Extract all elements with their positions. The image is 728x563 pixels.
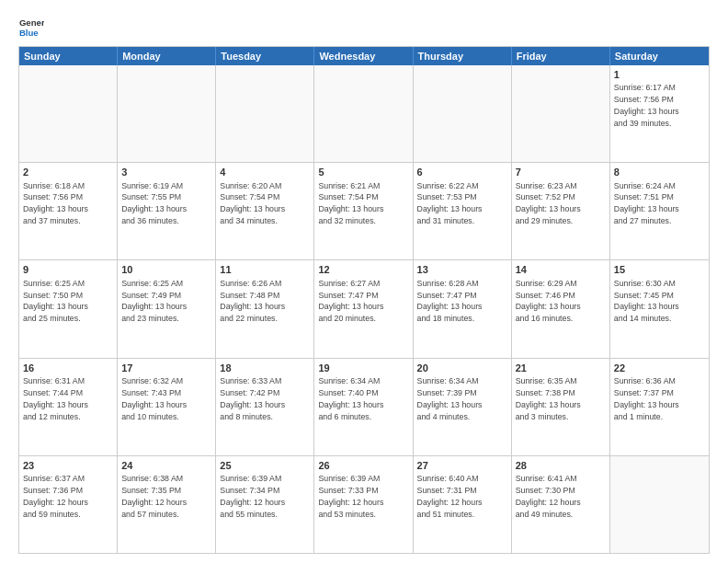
day-info: Sunrise: 6:33 AM Sunset: 7:42 PM Dayligh… xyxy=(220,376,285,421)
day-number: 28 xyxy=(516,459,606,472)
day-info: Sunrise: 6:28 AM Sunset: 7:47 PM Dayligh… xyxy=(417,279,483,324)
day-number: 27 xyxy=(417,459,507,472)
day-info: Sunrise: 6:39 AM Sunset: 7:33 PM Dayligh… xyxy=(318,474,383,519)
day-info: Sunrise: 6:27 AM Sunset: 7:47 PM Dayligh… xyxy=(318,279,383,324)
day-cell-26: 26Sunrise: 6:39 AM Sunset: 7:33 PM Dayli… xyxy=(314,456,413,553)
empty-cell-0-4 xyxy=(414,65,512,162)
day-info: Sunrise: 6:22 AM Sunset: 7:53 PM Dayligh… xyxy=(417,181,483,226)
day-info: Sunrise: 6:26 AM Sunset: 7:48 PM Dayligh… xyxy=(220,279,285,324)
header-day-sunday: Sunday xyxy=(19,47,118,65)
day-info: Sunrise: 6:35 AM Sunset: 7:38 PM Dayligh… xyxy=(516,376,581,421)
day-info: Sunrise: 6:34 AM Sunset: 7:39 PM Dayligh… xyxy=(417,376,483,421)
day-number: 14 xyxy=(516,263,606,276)
day-cell-9: 9Sunrise: 6:25 AM Sunset: 7:50 PM Daylig… xyxy=(19,260,118,357)
day-cell-10: 10Sunrise: 6:25 AM Sunset: 7:49 PM Dayli… xyxy=(118,260,216,357)
day-cell-21: 21Sunrise: 6:35 AM Sunset: 7:38 PM Dayli… xyxy=(512,359,610,455)
day-cell-25: 25Sunrise: 6:39 AM Sunset: 7:34 PM Dayli… xyxy=(216,456,314,553)
empty-cell-0-2 xyxy=(216,65,314,162)
day-number: 24 xyxy=(121,459,211,472)
day-info: Sunrise: 6:21 AM Sunset: 7:54 PM Dayligh… xyxy=(318,181,383,226)
day-number: 12 xyxy=(318,263,408,276)
week-row-1: 1Sunrise: 6:17 AM Sunset: 7:56 PM Daylig… xyxy=(19,65,709,163)
day-cell-22: 22Sunrise: 6:36 AM Sunset: 7:37 PM Dayli… xyxy=(610,359,709,455)
calendar: SundayMondayTuesdayWednesdayThursdayFrid… xyxy=(18,46,710,554)
day-info: Sunrise: 6:23 AM Sunset: 7:52 PM Dayligh… xyxy=(516,181,581,226)
day-cell-15: 15Sunrise: 6:30 AM Sunset: 7:45 PM Dayli… xyxy=(610,260,709,357)
day-info: Sunrise: 6:36 AM Sunset: 7:37 PM Dayligh… xyxy=(614,376,679,421)
empty-cell-4-6 xyxy=(610,456,709,553)
page: General Blue SundayMondayTuesdayWednesda… xyxy=(0,0,728,563)
empty-cell-0-5 xyxy=(512,65,610,162)
day-number: 5 xyxy=(318,166,408,178)
day-number: 9 xyxy=(23,263,113,276)
day-info: Sunrise: 6:31 AM Sunset: 7:44 PM Dayligh… xyxy=(23,376,88,421)
day-number: 19 xyxy=(318,362,408,374)
day-cell-4: 4Sunrise: 6:20 AM Sunset: 7:54 PM Daylig… xyxy=(216,163,314,259)
day-cell-24: 24Sunrise: 6:38 AM Sunset: 7:35 PM Dayli… xyxy=(118,456,216,553)
day-cell-12: 12Sunrise: 6:27 AM Sunset: 7:47 PM Dayli… xyxy=(314,260,413,357)
day-number: 17 xyxy=(121,362,211,374)
day-cell-5: 5Sunrise: 6:21 AM Sunset: 7:54 PM Daylig… xyxy=(314,163,413,259)
day-number: 4 xyxy=(220,166,310,178)
day-cell-13: 13Sunrise: 6:28 AM Sunset: 7:47 PM Dayli… xyxy=(414,260,512,357)
day-number: 18 xyxy=(220,362,310,374)
day-cell-7: 7Sunrise: 6:23 AM Sunset: 7:52 PM Daylig… xyxy=(512,163,610,259)
logo-icon: General Blue xyxy=(18,15,44,40)
empty-cell-0-3 xyxy=(314,65,413,162)
empty-cell-0-1 xyxy=(118,65,216,162)
day-info: Sunrise: 6:40 AM Sunset: 7:31 PM Dayligh… xyxy=(417,474,483,519)
header-day-friday: Friday xyxy=(512,47,610,65)
day-info: Sunrise: 6:25 AM Sunset: 7:49 PM Dayligh… xyxy=(121,279,187,324)
day-cell-17: 17Sunrise: 6:32 AM Sunset: 7:43 PM Dayli… xyxy=(118,359,216,455)
day-number: 3 xyxy=(121,166,211,178)
day-cell-27: 27Sunrise: 6:40 AM Sunset: 7:31 PM Dayli… xyxy=(414,456,512,553)
day-number: 1 xyxy=(614,68,705,81)
day-cell-11: 11Sunrise: 6:26 AM Sunset: 7:48 PM Dayli… xyxy=(216,260,314,357)
day-number: 22 xyxy=(614,362,705,374)
header-day-tuesday: Tuesday xyxy=(216,47,314,65)
calendar-body: 1Sunrise: 6:17 AM Sunset: 7:56 PM Daylig… xyxy=(19,65,709,553)
day-info: Sunrise: 6:32 AM Sunset: 7:43 PM Dayligh… xyxy=(121,376,187,421)
day-info: Sunrise: 6:29 AM Sunset: 7:46 PM Dayligh… xyxy=(516,279,581,324)
week-row-3: 9Sunrise: 6:25 AM Sunset: 7:50 PM Daylig… xyxy=(19,260,709,358)
day-cell-20: 20Sunrise: 6:34 AM Sunset: 7:39 PM Dayli… xyxy=(414,359,512,455)
svg-text:General: General xyxy=(19,17,44,28)
header-day-thursday: Thursday xyxy=(414,47,512,65)
day-info: Sunrise: 6:20 AM Sunset: 7:54 PM Dayligh… xyxy=(220,181,285,226)
day-cell-28: 28Sunrise: 6:41 AM Sunset: 7:30 PM Dayli… xyxy=(512,456,610,553)
day-info: Sunrise: 6:39 AM Sunset: 7:34 PM Dayligh… xyxy=(220,474,285,519)
header-day-wednesday: Wednesday xyxy=(314,47,413,65)
day-info: Sunrise: 6:17 AM Sunset: 7:56 PM Dayligh… xyxy=(614,83,679,128)
header-day-saturday: Saturday xyxy=(610,47,709,65)
day-number: 2 xyxy=(23,166,113,178)
empty-cell-0-0 xyxy=(19,65,118,162)
day-number: 21 xyxy=(516,362,606,374)
day-number: 7 xyxy=(516,166,606,178)
day-cell-6: 6Sunrise: 6:22 AM Sunset: 7:53 PM Daylig… xyxy=(414,163,512,259)
day-cell-2: 2Sunrise: 6:18 AM Sunset: 7:56 PM Daylig… xyxy=(19,163,118,259)
day-number: 8 xyxy=(614,166,705,178)
day-info: Sunrise: 6:30 AM Sunset: 7:45 PM Dayligh… xyxy=(614,279,679,324)
day-number: 15 xyxy=(614,263,705,276)
day-number: 23 xyxy=(23,459,113,472)
day-cell-18: 18Sunrise: 6:33 AM Sunset: 7:42 PM Dayli… xyxy=(216,359,314,455)
day-number: 10 xyxy=(121,263,211,276)
day-info: Sunrise: 6:18 AM Sunset: 7:56 PM Dayligh… xyxy=(23,181,88,226)
day-info: Sunrise: 6:41 AM Sunset: 7:30 PM Dayligh… xyxy=(516,474,581,519)
day-cell-16: 16Sunrise: 6:31 AM Sunset: 7:44 PM Dayli… xyxy=(19,359,118,455)
day-cell-23: 23Sunrise: 6:37 AM Sunset: 7:36 PM Dayli… xyxy=(19,456,118,553)
day-info: Sunrise: 6:38 AM Sunset: 7:35 PM Dayligh… xyxy=(121,474,187,519)
day-info: Sunrise: 6:24 AM Sunset: 7:51 PM Dayligh… xyxy=(614,181,679,226)
day-cell-3: 3Sunrise: 6:19 AM Sunset: 7:55 PM Daylig… xyxy=(118,163,216,259)
day-cell-14: 14Sunrise: 6:29 AM Sunset: 7:46 PM Dayli… xyxy=(512,260,610,357)
week-row-2: 2Sunrise: 6:18 AM Sunset: 7:56 PM Daylig… xyxy=(19,163,709,260)
day-cell-1: 1Sunrise: 6:17 AM Sunset: 7:56 PM Daylig… xyxy=(610,65,709,162)
day-info: Sunrise: 6:19 AM Sunset: 7:55 PM Dayligh… xyxy=(121,181,187,226)
day-cell-19: 19Sunrise: 6:34 AM Sunset: 7:40 PM Dayli… xyxy=(314,359,413,455)
day-number: 25 xyxy=(220,459,310,472)
header-day-monday: Monday xyxy=(118,47,216,65)
day-info: Sunrise: 6:37 AM Sunset: 7:36 PM Dayligh… xyxy=(23,474,88,519)
day-number: 11 xyxy=(220,263,310,276)
day-number: 16 xyxy=(23,362,113,374)
day-number: 26 xyxy=(318,459,408,472)
